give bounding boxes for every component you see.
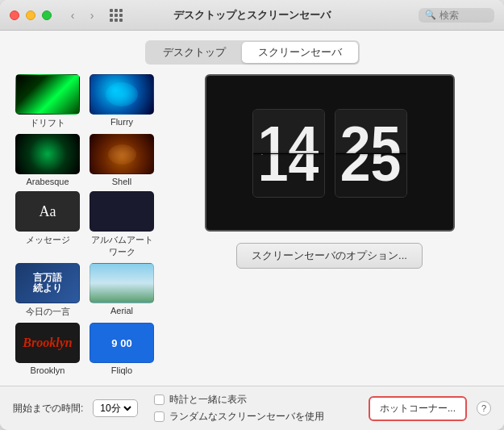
ss-item-album[interactable]: アルバムアートワーク <box>87 191 156 258</box>
time-select-wrapper[interactable]: 10分 5分 15分 20分 30分 <box>93 399 138 417</box>
search-area[interactable]: 🔍 <box>419 8 494 23</box>
traffic-lights <box>10 10 52 20</box>
flip-clock: 14 14 25 25 <box>252 109 407 198</box>
message-thumb-text: Aa <box>40 203 56 220</box>
forward-button[interactable]: › <box>84 7 100 23</box>
flip-card-top-hours: 14 <box>253 110 324 153</box>
checkbox-clock-label: 時計と一緒に表示 <box>169 393 247 407</box>
ss-item-brooklyn[interactable]: Brooklyn Brooklyn <box>13 323 82 375</box>
ss-label-shell: Shell <box>112 177 131 186</box>
word-thumb-text: 言万語続より <box>33 273 62 294</box>
tab-desktop[interactable]: デスクトップ <box>147 42 242 63</box>
search-icon: 🔍 <box>425 10 436 20</box>
flip-minutes: 25 <box>340 118 402 153</box>
flip-card-bottom-minutes: 25 <box>335 153 406 197</box>
main-content: ドリフト Flurry Arabesque Shell Aa <box>13 74 491 376</box>
flip-card-minutes: 25 25 <box>335 109 407 198</box>
checkbox-random[interactable] <box>154 411 165 422</box>
fliqlo-thumb-text: 9 00 <box>111 337 131 349</box>
ss-item-aerial[interactable]: Aerial <box>87 263 156 318</box>
ss-label-brooklyn: Brooklyn <box>31 365 65 375</box>
ss-thumb-aerial <box>90 263 154 303</box>
flip-card-top-minutes: 25 <box>335 110 406 153</box>
flip-minutes-bottom: 25 <box>340 153 402 189</box>
preview-frame: 14 14 25 25 <box>205 74 455 232</box>
screensaver-list: ドリフト Flurry Arabesque Shell Aa <box>13 74 156 376</box>
ss-label-flurry: Flurry <box>110 117 133 127</box>
ss-thumb-message: Aa <box>15 191 80 232</box>
start-time-label: 開始までの時間: <box>13 402 83 415</box>
flip-card-hours: 14 14 <box>252 109 325 198</box>
preview-area: 14 14 25 25 <box>168 74 491 376</box>
ss-thumb-arabesque <box>15 134 80 174</box>
ss-item-shell[interactable]: Shell <box>87 134 156 186</box>
ss-label-word: 今日の一言 <box>26 306 70 318</box>
bottom-bar: 開始までの時間: 10分 5分 15分 20分 30分 時計と一緒に表示 ランダ… <box>0 386 504 430</box>
grid-icon[interactable] <box>110 9 123 22</box>
tabs-row: デスクトップ スクリーンセーバ <box>13 40 491 65</box>
ss-thumb-shell <box>90 134 154 174</box>
checkboxes: 時計と一緒に表示 ランダムなスクリーンセーバを使用 <box>154 393 359 424</box>
ss-thumb-fliqlo: 9 00 <box>90 323 154 363</box>
ss-label-aerial: Aerial <box>110 306 133 315</box>
maximize-button[interactable] <box>42 10 52 20</box>
time-select[interactable]: 10分 5分 15分 20分 30分 <box>97 402 134 415</box>
back-button[interactable]: ‹ <box>65 7 81 23</box>
content-area: デスクトップ スクリーンセーバ ドリフト Flurry Arabesque <box>0 31 504 386</box>
ss-label-album: アルバムアートワーク <box>87 234 156 258</box>
brooklyn-thumb-text: Brooklyn <box>23 336 72 350</box>
window-title: デスクトップとスクリーンセーバ <box>173 8 331 23</box>
ss-thumb-drift <box>15 74 80 115</box>
ss-label-fliqlo: Fliqlo <box>111 365 132 375</box>
ss-item-drift[interactable]: ドリフト <box>13 74 82 129</box>
ss-item-flurry[interactable]: Flurry <box>87 74 156 129</box>
help-button[interactable]: ? <box>477 401 491 415</box>
nav-buttons: ‹ › <box>65 7 100 23</box>
checkbox-random-label: ランダムなスクリーンセーバを使用 <box>169 410 324 424</box>
minimize-button[interactable] <box>26 10 35 20</box>
options-button[interactable]: スクリーンセーバのオプション... <box>236 243 423 269</box>
checkbox-row-1: 時計と一緒に表示 <box>154 393 359 407</box>
flip-card-bottom-hours: 14 <box>253 153 324 197</box>
close-button[interactable] <box>10 10 19 20</box>
checkbox-row-2: ランダムなスクリーンセーバを使用 <box>154 410 359 424</box>
titlebar: ‹ › デスクトップとスクリーンセーバ 🔍 <box>0 0 504 31</box>
ss-label-drift: ドリフト <box>30 117 65 129</box>
ss-item-word[interactable]: 言万語続より 今日の一言 <box>13 263 82 318</box>
ss-thumb-brooklyn: Brooklyn <box>15 323 80 363</box>
ss-item-fliqlo[interactable]: 9 00 Fliqlo <box>87 323 156 375</box>
ss-thumb-word: 言万語続より <box>15 263 80 303</box>
ss-thumb-flurry <box>90 74 154 115</box>
ss-item-arabesque[interactable]: Arabesque <box>13 134 82 186</box>
tab-screensaver[interactable]: スクリーンセーバ <box>242 42 358 63</box>
hot-corner-button[interactable]: ホットコーナー... <box>369 396 467 421</box>
ss-item-message[interactable]: Aa メッセージ <box>13 191 82 258</box>
flip-hours: 14 <box>258 118 319 153</box>
flip-hours-bottom: 14 <box>258 153 319 189</box>
ss-thumb-album <box>90 191 154 232</box>
ss-label-arabesque: Arabesque <box>26 177 69 186</box>
ss-label-message: メッセージ <box>26 234 70 246</box>
search-input[interactable] <box>439 10 488 21</box>
checkbox-clock[interactable] <box>154 395 165 405</box>
tab-group: デスクトップ スクリーンセーバ <box>145 40 360 65</box>
window: ‹ › デスクトップとスクリーンセーバ 🔍 デスクトップ スクリーンセーバ <box>0 0 504 430</box>
